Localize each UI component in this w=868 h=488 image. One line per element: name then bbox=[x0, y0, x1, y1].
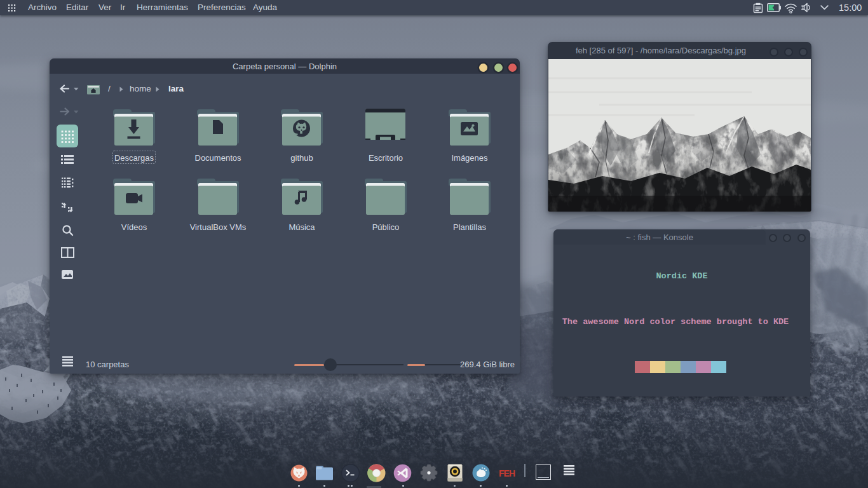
svg-text:FEH: FEH bbox=[499, 468, 515, 478]
